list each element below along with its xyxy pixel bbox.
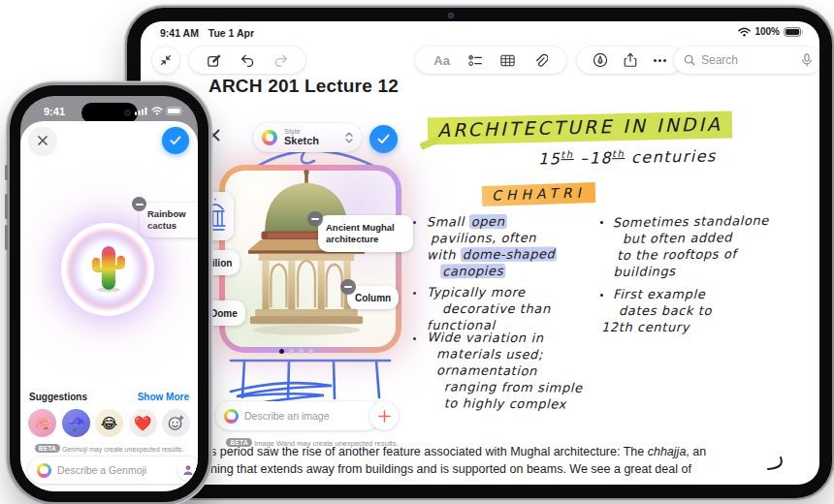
cellular-icon: [135, 107, 147, 115]
apple-intelligence-icon: [37, 463, 51, 478]
close-icon: [207, 128, 221, 142]
note-bullet-1: Small open pavilions, often with dome-sh…: [427, 212, 558, 279]
handwritten-section-title: CHHATRI: [482, 184, 595, 204]
chevron-up-down-icon: [345, 132, 353, 143]
image-wand-input[interactable]: [215, 401, 380, 430]
note-bullet-3: Wide variation in materials used; orname…: [427, 329, 583, 412]
minus-icon[interactable]: [132, 197, 146, 211]
handwritten-subheading: 15th –18th centuries: [538, 146, 717, 168]
bullet: [413, 221, 416, 224]
bullet: [413, 292, 416, 295]
search-icon: [684, 54, 695, 66]
suggestion-heart-emoji[interactable]: ❤️: [129, 409, 157, 437]
markup-button[interactable]: [593, 52, 608, 68]
highlighter-tail: [419, 136, 439, 150]
note-body-line-2: ning that extends away from buildings an…: [210, 460, 812, 478]
note-bullet-5: First example dates back to 12th century: [613, 286, 712, 335]
label-chip-rainbow-cactus[interactable]: Rainbowcactus: [140, 203, 198, 237]
genmoji-accept-button[interactable]: [162, 127, 189, 154]
suggestion-brain-emoji[interactable]: 🧠: [28, 409, 56, 437]
wifi-icon: [738, 27, 751, 37]
plus-icon: [378, 410, 391, 423]
handwritten-heading: ARCHITECTURE IN INDIA: [428, 112, 732, 141]
genmoji-input[interactable]: [28, 457, 198, 484]
ipad-status-right: 100%: [738, 26, 804, 37]
appearance-person-button[interactable]: [177, 459, 198, 481]
action-button: [5, 165, 8, 180]
image-wand-canvas[interactable]: [219, 165, 401, 353]
search-bar[interactable]: [674, 47, 819, 74]
volume-down-button: [5, 225, 8, 250]
smiley-plus-icon: [168, 415, 184, 431]
wand-close-button[interactable]: [207, 128, 221, 142]
note-bullet-2: Typically more decorative than functiona…: [427, 284, 551, 333]
microphone-icon[interactable]: [802, 53, 812, 67]
redo-button[interactable]: [273, 53, 289, 67]
checkmark-icon: [170, 136, 181, 145]
note-bullet-4: Sometimes standalone but often added to …: [613, 212, 770, 280]
checklist-button[interactable]: [468, 54, 483, 67]
exit-fullscreen-button[interactable]: [152, 47, 179, 74]
minus-icon[interactable]: [340, 279, 356, 295]
checkmark-icon: [377, 134, 390, 144]
describe-image-field[interactable]: [244, 410, 371, 422]
ipad-front-camera: [448, 13, 454, 18]
bullet: [600, 221, 603, 224]
wifi-icon: [151, 107, 163, 115]
suggestion-row: 🧠 ☂️ 😂 ❤️: [28, 409, 190, 437]
apple-intelligence-icon: [224, 409, 239, 424]
bullet: [413, 337, 416, 340]
describe-genmoji-field[interactable]: [57, 464, 172, 476]
style-value: Sketch: [284, 136, 319, 147]
table-button[interactable]: [500, 54, 515, 67]
battery-icon: [784, 27, 804, 37]
iphone-device: 9:41 Rainbowcactus: [10, 85, 208, 502]
variant-page-dots[interactable]: [279, 349, 313, 354]
genmoji-close-button[interactable]: [29, 127, 56, 154]
beta-badge: BETA: [35, 444, 60, 453]
attachment-button[interactable]: [533, 53, 548, 68]
iphone-screen: 9:41 Rainbowcactus: [20, 96, 198, 491]
battery-icon: [166, 107, 184, 115]
collapse-arrows-icon: [159, 53, 173, 67]
minus-icon[interactable]: [307, 211, 323, 227]
suggestion-umbrella-genmoji[interactable]: ☂️: [62, 409, 90, 437]
new-emoji-button[interactable]: [162, 409, 190, 437]
label-chip-ancient-mughal[interactable]: Ancient Mughalarchitecture: [318, 215, 413, 252]
compose-button[interactable]: [207, 53, 221, 68]
share-button[interactable]: [624, 52, 637, 68]
more-button[interactable]: [654, 59, 666, 62]
person-icon: [182, 464, 194, 476]
undo-button[interactable]: [240, 53, 255, 67]
ipad-screen: 9:41 AM Tue 1 Apr 100%: [141, 21, 819, 485]
handwritten-flourish: [766, 456, 786, 473]
genmoji-beta-note: BETA Genmoji may create unexpected resul…: [20, 444, 198, 453]
search-input[interactable]: [701, 53, 796, 67]
note-title: ARCH 201 Lecture 12: [208, 76, 399, 97]
label-chip-dome[interactable]: Dome: [203, 300, 245, 326]
suggestions-title: Suggestions: [29, 392, 87, 402]
dynamic-island: [81, 103, 138, 123]
generated-pavilion-image: [233, 165, 380, 339]
style-dropdown[interactable]: Style Sketch: [253, 123, 362, 152]
ipad-status-left: 9:41 AM Tue 1 Apr: [160, 27, 254, 39]
ipad-date: Tue 1 Apr: [208, 27, 254, 39]
show-more-link[interactable]: Show More: [138, 392, 189, 402]
iphone-clock: 9:41: [44, 106, 65, 117]
suggestion-laugh-emoji[interactable]: 😂: [95, 409, 123, 437]
add-image-button[interactable]: [369, 401, 399, 430]
battery-percent: 100%: [754, 26, 780, 37]
apple-intelligence-showcase: 9:41 AM Tue 1 Apr 100%: [0, 0, 834, 504]
genmoji-sheet: Rainbowcactus: [20, 121, 198, 491]
note-body-line-1: s period saw the rise of another feature…: [210, 443, 812, 460]
text-format-button[interactable]: Aa: [433, 53, 450, 68]
share-toolbar-group: [577, 47, 682, 74]
format-toolbar-group: Aa: [415, 47, 566, 74]
image-style-icon: [262, 130, 277, 145]
close-icon: [37, 135, 48, 146]
wand-accept-button[interactable]: [369, 125, 398, 153]
ipad-clock: 9:41 AM: [160, 27, 199, 39]
bullet: [600, 294, 603, 297]
rainbow-cactus-genmoji: [89, 243, 128, 294]
front-camera: [124, 110, 131, 116]
